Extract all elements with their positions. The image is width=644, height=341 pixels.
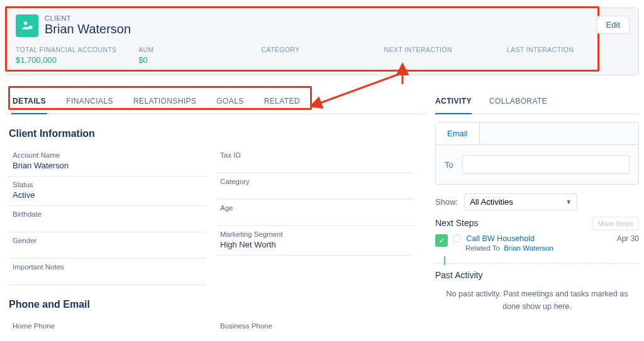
client-icon: [16, 14, 38, 37]
tab-goals[interactable]: GOALS: [215, 89, 245, 114]
field-account-name: Account Name Brian Waterson: [9, 147, 206, 176]
more-steps-button[interactable]: More Steps: [592, 217, 639, 230]
record-highlights-panel: Edit CLIENT Brian Waterson TOTAL FINANCI…: [6, 8, 639, 75]
email-to-input[interactable]: [462, 155, 630, 174]
field-birthdate: Birthdate: [9, 206, 206, 232]
activity-tabs: ACTIVITY COLLABORATE: [435, 89, 639, 114]
task-link[interactable]: Call BW Household: [466, 234, 534, 243]
task-checkbox[interactable]: [453, 235, 460, 242]
field-gender: Gender: [9, 232, 206, 259]
field-business-phone: Business Phone: [216, 318, 414, 341]
tab-details[interactable]: DETAILS: [11, 89, 47, 114]
stat-last-interaction: LAST INTERACTION: [507, 46, 630, 65]
past-activity-empty: No past activity. Past meetings and task…: [435, 280, 639, 313]
chevron-down-icon: ▼: [565, 198, 572, 205]
timeline-connector: [444, 256, 445, 265]
section-phone-email: Phone and Email: [9, 299, 424, 310]
svg-rect-3: [28, 26, 33, 29]
email-composer: Email To: [435, 122, 639, 185]
edit-button[interactable]: Edit: [597, 16, 630, 34]
field-marketing-segment: Marketing Segment High Net Worth: [216, 226, 414, 256]
stat-category: CATEGORY: [261, 46, 384, 65]
tab-relationships[interactable]: RELATIONSHIPS: [132, 89, 197, 114]
task-icon: ✓: [435, 234, 448, 247]
field-status: Status Active: [9, 176, 206, 206]
activity-filter-select[interactable]: All Activities ▼: [464, 193, 577, 210]
field-home-phone: Home Phone: [9, 318, 206, 341]
task-date: Apr 30: [617, 234, 639, 243]
record-name: Brian Waterson: [45, 22, 131, 36]
past-activity-heading: Past Activity: [435, 263, 639, 280]
tab-activity[interactable]: ACTIVITY: [435, 89, 472, 114]
section-client-information: Client Information: [9, 128, 424, 139]
detail-tabs: DETAILS FINANCIALS RELATIONSHIPS GOALS R…: [6, 89, 426, 114]
field-age: Age: [216, 200, 414, 226]
next-step-item: ✓ Call BW Household Apr 30 Related To Br…: [435, 234, 639, 252]
object-type-label: CLIENT: [45, 14, 131, 22]
email-to-label: To: [445, 160, 453, 170]
tab-collaborate[interactable]: COLLABORATE: [489, 89, 547, 114]
stat-aum: AUM $0: [138, 46, 261, 65]
tab-related[interactable]: RELATED: [263, 89, 301, 114]
stat-next-interaction: NEXT INTERACTION: [384, 46, 507, 65]
related-record-link[interactable]: Brian Waterson: [504, 244, 553, 252]
show-label: Show:: [435, 197, 458, 207]
field-tax-id: Tax ID: [216, 147, 414, 173]
field-category: Category: [216, 173, 414, 200]
svg-point-2: [24, 21, 27, 24]
email-subtab[interactable]: Email: [436, 122, 480, 144]
next-steps-heading: Next Steps More Steps: [435, 218, 639, 228]
field-important-notes: Important Notes: [9, 259, 206, 285]
tab-financials[interactable]: FINANCIALS: [65, 89, 114, 114]
stat-total-financial: TOTAL FINANCIAL ACCOUNTS $1,700,000: [16, 46, 138, 65]
